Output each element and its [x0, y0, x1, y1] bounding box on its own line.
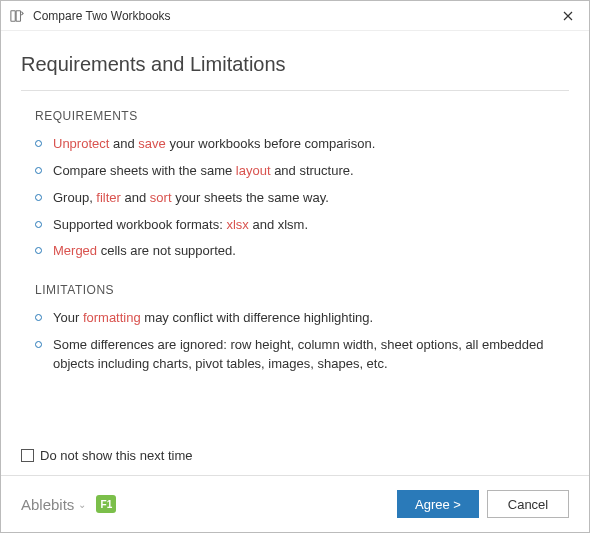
requirements-heading: REQUIREMENTS: [35, 109, 569, 123]
dont-show-checkbox-row[interactable]: Do not show this next time: [21, 448, 569, 463]
brand-label: Ablebits: [21, 496, 74, 513]
cancel-button[interactable]: Cancel: [487, 490, 569, 518]
titlebar: Compare Two Workbooks: [1, 1, 589, 31]
list-item: Your formatting may conflict with differ…: [35, 305, 555, 332]
list-item: Group, filter and sort your sheets the s…: [35, 185, 555, 212]
list-item: Merged cells are not supported.: [35, 238, 555, 265]
svg-rect-1: [16, 10, 20, 21]
limitations-heading: LIMITATIONS: [35, 283, 569, 297]
list-item: Some differences are ignored: row height…: [35, 332, 555, 378]
close-button[interactable]: [553, 2, 583, 30]
divider: [21, 90, 569, 91]
chevron-down-icon: ⌄: [78, 499, 86, 510]
options-area: Do not show this next time: [1, 448, 589, 475]
brand-dropdown[interactable]: Ablebits ⌄: [21, 496, 86, 513]
list-item: Unprotect and save your workbooks before…: [35, 131, 555, 158]
dialog-window: Compare Two Workbooks Requirements and L…: [0, 0, 590, 533]
page-title: Requirements and Limitations: [21, 53, 569, 76]
help-f1-button[interactable]: F1: [96, 495, 116, 513]
content-area: Requirements and Limitations REQUIREMENT…: [1, 31, 589, 448]
svg-rect-0: [11, 10, 15, 21]
app-icon: [9, 8, 25, 24]
list-item: Compare sheets with the same layout and …: [35, 158, 555, 185]
window-title: Compare Two Workbooks: [33, 9, 553, 23]
requirements-list: Unprotect and save your workbooks before…: [21, 131, 569, 265]
agree-button[interactable]: Agree >: [397, 490, 479, 518]
footer: Ablebits ⌄ F1 Agree > Cancel: [1, 475, 589, 532]
checkbox-icon: [21, 449, 34, 462]
list-item: Supported workbook formats: xlsx and xls…: [35, 212, 555, 239]
dont-show-label: Do not show this next time: [40, 448, 192, 463]
limitations-list: Your formatting may conflict with differ…: [21, 305, 569, 378]
close-icon: [563, 11, 573, 21]
